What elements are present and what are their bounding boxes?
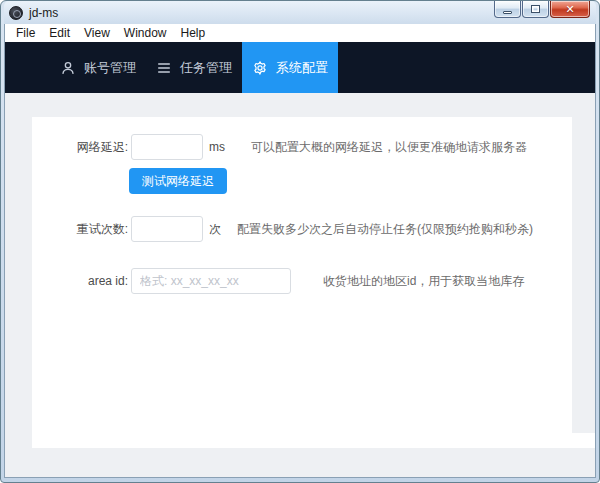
menu-file[interactable]: File xyxy=(9,24,42,42)
area-id-hint: 收货地址的地区id，用于获取当地库存 xyxy=(323,273,524,290)
retry-count-label: 重试次数: xyxy=(32,221,128,238)
maximize-button[interactable] xyxy=(522,1,549,18)
user-icon xyxy=(60,60,76,76)
menu-bar: File Edit View Window Help xyxy=(4,24,596,42)
menu-view[interactable]: View xyxy=(77,24,117,42)
close-button[interactable]: ✕ xyxy=(550,1,590,18)
retry-count-hint: 配置失败多少次之后自动停止任务(仅限预约抢购和秒杀) xyxy=(237,221,533,238)
scrollbar-corner xyxy=(572,433,595,448)
maximize-icon xyxy=(531,5,540,13)
window-controls: ✕ xyxy=(493,1,590,18)
tab-account-management[interactable]: 账号管理 xyxy=(50,42,146,93)
retry-count-row: 重试次数: 次 配置失败多少次之后自动停止任务(仅限预约抢购和秒杀) xyxy=(32,216,572,242)
app-logo-icon xyxy=(9,6,23,20)
content-area: 网络延迟: ms 可以配置大概的网络延迟，以便更准确地请求服务器 测试网络延迟 … xyxy=(4,93,596,478)
tab-system-config[interactable]: 系统配置 xyxy=(242,42,338,93)
area-id-label: area id: xyxy=(32,274,128,288)
test-network-row: 测试网络延迟 xyxy=(32,168,572,194)
menu-help[interactable]: Help xyxy=(174,24,213,42)
settings-panel: 网络延迟: ms 可以配置大概的网络延迟，以便更准确地请求服务器 测试网络延迟 … xyxy=(32,117,572,448)
app-window: jd-ms ✕ File Edit View Window Help xyxy=(0,0,600,483)
minimize-icon xyxy=(503,11,512,14)
menu-edit[interactable]: Edit xyxy=(42,24,77,42)
title-bar: jd-ms ✕ xyxy=(4,1,596,24)
retry-count-input[interactable] xyxy=(131,216,203,242)
tab-label: 系统配置 xyxy=(276,59,328,77)
network-delay-input[interactable] xyxy=(131,134,203,160)
retry-count-unit: 次 xyxy=(209,221,221,238)
list-icon xyxy=(156,60,172,76)
gear-icon xyxy=(252,60,268,76)
network-delay-unit: ms xyxy=(209,140,225,154)
minimize-button[interactable] xyxy=(494,1,521,18)
network-delay-row: 网络延迟: ms 可以配置大概的网络延迟，以便更准确地请求服务器 xyxy=(32,134,572,160)
test-network-delay-button[interactable]: 测试网络延迟 xyxy=(129,168,227,194)
window-title: jd-ms xyxy=(29,6,58,20)
menu-window[interactable]: Window xyxy=(117,24,174,42)
nav-bar: 账号管理 任务管理 系统配置 xyxy=(4,42,596,93)
tab-label: 任务管理 xyxy=(180,59,232,77)
network-delay-label: 网络延迟: xyxy=(32,139,128,156)
tab-label: 账号管理 xyxy=(84,59,136,77)
area-id-input[interactable] xyxy=(131,268,291,294)
area-id-row: area id: 收货地址的地区id，用于获取当地库存 xyxy=(32,268,572,294)
tab-task-management[interactable]: 任务管理 xyxy=(146,42,242,93)
network-delay-hint: 可以配置大概的网络延迟，以便更准确地请求服务器 xyxy=(251,139,527,156)
close-icon: ✕ xyxy=(565,4,574,15)
